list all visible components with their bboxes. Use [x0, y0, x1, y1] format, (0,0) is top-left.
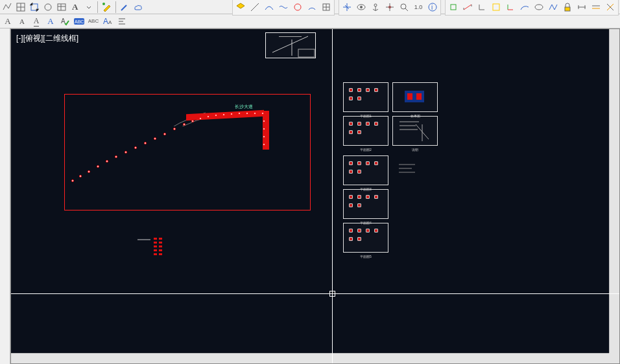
text-a2-icon[interactable]: A — [16, 15, 29, 28]
svg-text:i: i — [431, 4, 433, 11]
svg-rect-71 — [154, 242, 157, 244]
left-tool-strip — [0, 28, 10, 364]
cloud-rev-icon[interactable] — [132, 1, 145, 14]
ucs-icon[interactable] — [504, 1, 517, 14]
arc-tool-icon[interactable] — [518, 1, 531, 14]
offset-icon[interactable] — [590, 1, 602, 14]
ellipse-icon[interactable] — [532, 1, 545, 14]
svg-rect-78 — [159, 253, 162, 255]
text-a-icon[interactable]: A — [1, 15, 14, 28]
svg-text:ABC: ABC — [75, 19, 84, 24]
group-panel-3 — [445, 0, 619, 16]
table-icon[interactable] — [56, 1, 68, 14]
svg-point-21 — [401, 4, 406, 9]
scale-text-icon[interactable]: AA — [101, 15, 114, 28]
anchor-icon[interactable] — [369, 1, 382, 14]
title-block-preview — [265, 32, 316, 58]
svg-rect-25 — [451, 5, 456, 10]
svg-rect-72 — [159, 242, 162, 244]
polyline-icon[interactable] — [1, 1, 14, 14]
mesh-icon[interactable] — [320, 1, 333, 14]
svg-text:A: A — [108, 19, 112, 25]
line2-icon[interactable] — [248, 1, 261, 14]
group-panel-1 — [232, 0, 335, 16]
sheet-thumb-2: 效果图 — [392, 82, 438, 112]
sheet-thumb-6: 平面图4 — [343, 189, 388, 219]
svg-point-10 — [294, 4, 301, 10]
sheet-thumb-3: 平面图2 — [343, 116, 388, 146]
toolbar-row-1: A 1.0 i — [0, 0, 620, 14]
pen-shape-icon[interactable] — [119, 1, 131, 14]
snap-icon[interactable] — [447, 1, 460, 14]
crosshair-horizontal — [11, 293, 619, 294]
scroll-corner — [609, 353, 619, 363]
arc-icon[interactable] — [305, 1, 318, 14]
pline-tool-icon[interactable] — [547, 1, 560, 14]
abc-spell-icon[interactable]: ABC — [73, 15, 86, 28]
svg-point-16 — [374, 4, 377, 6]
sheet-thumb-7: 平面图5 — [343, 223, 388, 253]
text-a-icon[interactable]: A — [69, 1, 81, 14]
dim-tool-icon[interactable] — [575, 1, 588, 14]
svg-rect-70 — [159, 238, 162, 240]
svg-rect-29 — [493, 4, 499, 10]
model-space-viewport[interactable]: [-][俯视][二维线框] …… …… 长沙大道 — [10, 28, 620, 364]
svg-rect-5 — [58, 4, 66, 10]
underline-icon[interactable]: A — [30, 15, 43, 28]
move3d-icon[interactable] — [340, 1, 353, 14]
svg-line-9 — [251, 3, 259, 11]
pencil-draw-icon[interactable] — [101, 1, 113, 14]
hatch-icon[interactable] — [15, 1, 27, 14]
sheet-thumb-5: 平面图3 — [343, 155, 388, 185]
layer-icon[interactable] — [234, 1, 247, 14]
crop-icon[interactable] — [29, 1, 41, 14]
align-text-icon[interactable] — [115, 15, 128, 28]
units-icon[interactable]: 1.0 — [412, 1, 425, 14]
selection-window — [64, 94, 311, 210]
center-icon[interactable] — [383, 1, 396, 14]
sheet-aux-text — [399, 162, 418, 183]
abc-find-icon[interactable]: ABC — [87, 15, 100, 28]
svg-point-8 — [102, 3, 105, 5]
horizontal-scrollbar[interactable] — [11, 353, 609, 363]
svg-line-26 — [464, 5, 471, 10]
dropdown-icon[interactable] — [82, 1, 95, 14]
svg-rect-73 — [154, 245, 157, 247]
svg-line-49 — [272, 36, 308, 52]
measure-icon[interactable] — [461, 1, 474, 14]
svg-point-15 — [360, 6, 363, 8]
viewport-label[interactable]: [-][俯视][二维线框] — [16, 33, 78, 44]
sheet-thumb-4: 说明 — [392, 116, 438, 146]
svg-rect-75 — [154, 249, 157, 251]
mtext-icon[interactable]: A — [44, 15, 57, 28]
trim-icon[interactable] — [604, 1, 617, 14]
toolbar-row-2: A A A A A ABC ABC AA — [0, 14, 620, 28]
sheet-thumb-1: 平面图1 — [343, 82, 388, 112]
vertical-scrollbar[interactable] — [609, 29, 619, 353]
check-text-icon[interactable]: A — [58, 15, 71, 28]
lock-icon[interactable] — [561, 1, 574, 14]
svg-rect-51 — [298, 49, 315, 57]
circle-icon[interactable] — [291, 1, 304, 14]
svg-rect-77 — [154, 253, 157, 255]
svg-line-22 — [405, 8, 408, 11]
eye-icon[interactable] — [355, 1, 368, 14]
curve-icon[interactable] — [263, 1, 276, 14]
svg-point-4 — [45, 4, 51, 10]
svg-text:A: A — [103, 17, 108, 26]
svg-rect-69 — [154, 238, 157, 240]
svg-rect-81 — [416, 93, 422, 100]
legend-block — [134, 236, 180, 262]
svg-rect-80 — [407, 93, 412, 100]
box-icon[interactable] — [490, 1, 503, 14]
region-icon[interactable] — [42, 1, 54, 14]
ortho-icon[interactable] — [475, 1, 488, 14]
spline-icon[interactable] — [277, 1, 290, 14]
group-panel-2: 1.0 i — [339, 0, 441, 16]
inspect-icon[interactable] — [398, 1, 411, 14]
svg-rect-33 — [565, 7, 570, 11]
svg-point-32 — [535, 5, 543, 10]
cursor-pickbox — [329, 291, 335, 297]
svg-rect-74 — [159, 245, 162, 247]
about-icon[interactable]: i — [426, 1, 439, 14]
